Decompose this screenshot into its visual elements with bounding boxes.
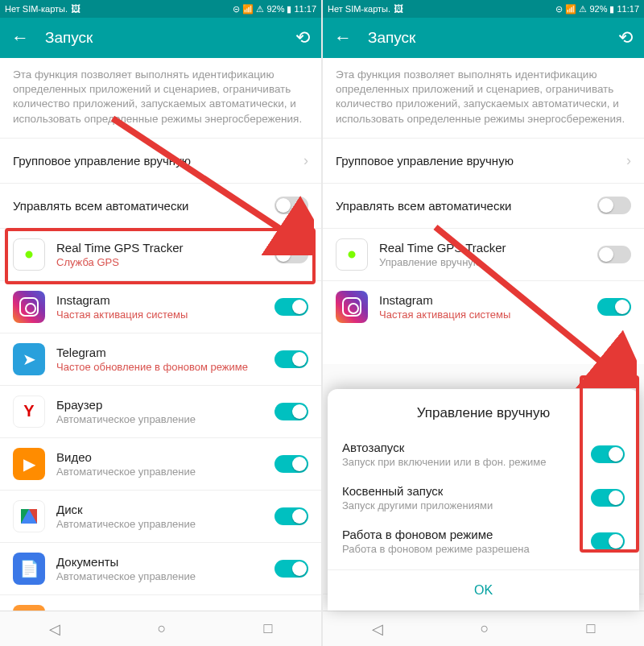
- app-row-instagram[interactable]: Instagram Частая активация системы: [323, 280, 644, 333]
- browser-app-icon: Y: [13, 395, 45, 428]
- nav-back-icon[interactable]: ◁: [49, 620, 60, 638]
- docs-app-icon: 📄: [13, 553, 45, 585]
- back-button[interactable]: ←: [11, 27, 29, 48]
- wifi-icon: 📶: [565, 4, 576, 14]
- app-toggle-disk[interactable]: [275, 507, 308, 525]
- app-bar: ← Запуск ⟲: [0, 18, 321, 58]
- app-row-browser[interactable]: Y Браузер Автоматическое управление: [0, 385, 321, 437]
- app-toggle-instagram[interactable]: [597, 298, 631, 316]
- app-row-telegram[interactable]: ➤ Telegram Частое обновление в фоновом р…: [0, 333, 321, 385]
- auto-all-row[interactable]: Управлять всем автоматически: [0, 183, 321, 228]
- content-scroll[interactable]: Эта функция позволяет выполнять идентифи…: [323, 58, 644, 646]
- description-text: Эта функция позволяет выполнять идентифи…: [323, 58, 644, 138]
- history-icon[interactable]: ⟲: [295, 27, 310, 48]
- photo-icon: 🖼: [71, 3, 80, 14]
- instagram-app-icon: [13, 291, 45, 323]
- instagram-app-icon: [336, 291, 368, 323]
- gps-app-icon: [336, 238, 368, 271]
- nav-home-icon[interactable]: ○: [481, 620, 489, 637]
- group-manage-row[interactable]: Групповое управление вручную ›: [323, 138, 644, 183]
- nav-home-icon[interactable]: ○: [158, 620, 167, 637]
- battery-icon: ▮: [609, 4, 614, 14]
- status-bar: Нет SIM-карты. 🖼 ⊝ 📶 ⚠ 92% ▮ 11:17: [0, 0, 321, 18]
- dnd-icon: ⊝: [555, 4, 563, 14]
- battery-saver-icon: ⚠: [256, 4, 264, 14]
- dialog-overlay: Управление вручную Автозапуск Запуск при…: [323, 364, 644, 611]
- photo-icon: 🖼: [394, 3, 403, 14]
- dialog-row-autostart[interactable]: Автозапуск Запуск при включении или в фо…: [328, 433, 639, 476]
- app-toggle-browser[interactable]: [275, 403, 308, 420]
- group-manage-row[interactable]: Групповое управление вручную ›: [0, 138, 321, 183]
- clock: 11:17: [294, 4, 316, 14]
- video-app-icon: ▶: [13, 448, 45, 480]
- clock: 11:17: [617, 4, 639, 14]
- page-title: Запуск: [45, 29, 279, 47]
- dialog-title: Управление вручную: [328, 400, 639, 433]
- dialog-toggle-autostart[interactable]: [591, 445, 625, 463]
- wifi-icon: 📶: [242, 4, 254, 14]
- app-row-disk[interactable]: Диск Автоматическое управление: [0, 490, 321, 542]
- status-bar: Нет SIM-карты. 🖼 ⊝ 📶 ⚠ 92% ▮ 11:17: [323, 0, 644, 18]
- sim-status: Нет SIM-карты.: [5, 4, 68, 14]
- app-toggle-instagram[interactable]: [275, 298, 308, 316]
- content-scroll[interactable]: Эта функция позволяет выполнять идентифи…: [0, 58, 321, 646]
- app-row-video[interactable]: ▶ Видео Автоматическое управление: [0, 437, 321, 490]
- app-toggle-telegram[interactable]: [275, 350, 308, 368]
- manual-manage-dialog: Управление вручную Автозапуск Запуск при…: [328, 389, 639, 611]
- sim-status: Нет SIM-карты.: [328, 4, 390, 14]
- nav-recent-icon[interactable]: □: [587, 620, 596, 637]
- battery-saver-icon: ⚠: [579, 4, 587, 14]
- dialog-row-background[interactable]: Работа в фоновом режиме Работа в фоновом…: [328, 520, 639, 563]
- telegram-app-icon: ➤: [13, 343, 45, 375]
- history-icon[interactable]: ⟲: [618, 27, 633, 48]
- app-toggle-gps[interactable]: [275, 246, 308, 263]
- battery-icon: ▮: [287, 4, 291, 14]
- dialog-toggle-secondary[interactable]: [591, 489, 625, 507]
- dialog-row-secondary[interactable]: Косвенный запуск Запуск другими приложен…: [328, 476, 639, 520]
- gps-app-icon: [13, 238, 45, 271]
- dialog-toggle-background[interactable]: [591, 532, 625, 550]
- app-toggle-gps[interactable]: [597, 246, 631, 263]
- auto-all-toggle[interactable]: [275, 197, 308, 214]
- app-bar: ← Запуск ⟲: [323, 18, 644, 58]
- description-text: Эта функция позволяет выполнять идентифи…: [0, 58, 321, 138]
- disk-app-icon: [13, 500, 45, 532]
- app-row-instagram[interactable]: Instagram Частая активация системы: [0, 280, 321, 333]
- battery-percent: 92%: [589, 4, 607, 14]
- app-row-docs[interactable]: 📄 Документы Автоматическое управление: [0, 542, 321, 594]
- nav-back-icon[interactable]: ◁: [372, 620, 383, 638]
- page-title: Запуск: [368, 29, 602, 47]
- dnd-icon: ⊝: [233, 4, 240, 14]
- app-row-gps[interactable]: Real Time GPS Tracker Управление вручную: [323, 228, 644, 280]
- nav-recent-icon[interactable]: □: [264, 620, 273, 637]
- nav-bar: ◁ ○ □: [0, 611, 321, 646]
- battery-percent: 92%: [266, 4, 284, 14]
- back-button[interactable]: ←: [334, 27, 352, 48]
- chevron-right-icon: ›: [303, 152, 308, 169]
- phone-left: Нет SIM-карты. 🖼 ⊝ 📶 ⚠ 92% ▮ 11:17 ← Зап…: [0, 0, 321, 646]
- auto-all-row[interactable]: Управлять всем автоматически: [323, 183, 644, 228]
- app-row-gps[interactable]: Real Time GPS Tracker Служба GPS: [0, 228, 321, 280]
- dialog-ok-button[interactable]: OK: [328, 569, 639, 611]
- phone-right: Нет SIM-карты. 🖼 ⊝ 📶 ⚠ 92% ▮ 11:17 ← Зап…: [323, 0, 644, 646]
- app-toggle-video[interactable]: [275, 455, 308, 473]
- nav-bar: ◁ ○ □: [323, 611, 644, 646]
- auto-all-toggle[interactable]: [597, 197, 631, 214]
- app-toggle-docs[interactable]: [275, 560, 308, 578]
- chevron-right-icon: ›: [626, 152, 631, 169]
